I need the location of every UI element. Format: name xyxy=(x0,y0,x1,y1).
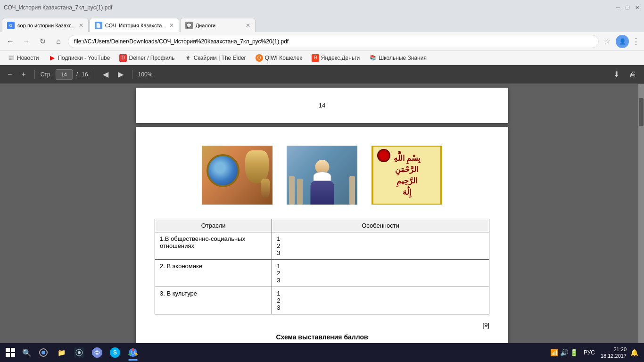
minimize-button[interactable]: ─ xyxy=(615,4,621,11)
taskbar-skype[interactable]: S xyxy=(107,344,124,361)
menu-button[interactable]: ⋮ xyxy=(632,36,640,47)
taskbar-cortana[interactable] xyxy=(35,344,52,361)
taskbar-right: 📶 🔊 🔋 РУС 21:20 18.12.2017 🔔 xyxy=(550,346,642,360)
browser-content[interactable]: 14 xyxy=(0,84,644,362)
image-scholar xyxy=(287,146,357,205)
pdf-page-total-num: 16 xyxy=(82,71,88,78)
bookmark-qiwi[interactable]: Q QIWI Кошелек xyxy=(252,53,306,63)
bookmark-news-label: Новости xyxy=(17,55,39,61)
bookmark-yandex[interactable]: Я Яндекс.Деньги xyxy=(308,53,363,63)
profile-button[interactable]: 👤 xyxy=(616,35,629,48)
qiwi-icon: Q xyxy=(256,54,263,62)
maximize-button[interactable]: ☐ xyxy=(624,4,631,11)
address-bar: ← → ↻ ⌂ ☆ 👤 ⋮ xyxy=(0,32,644,51)
tab-3[interactable]: 💬 Диалоги ✕ xyxy=(180,18,256,32)
tray-network-icon[interactable]: 📶 xyxy=(550,349,558,356)
tray-icons: 📶 🔊 🔋 xyxy=(550,349,578,356)
pdf-page-input[interactable] xyxy=(56,69,73,80)
table-header-osobennosti: Особенности xyxy=(272,219,489,232)
tab-1[interactable]: G сор по истории Казахс... ✕ xyxy=(2,18,89,32)
pdf-prev-page[interactable]: ◀ xyxy=(100,69,111,80)
pdf-scrollbar-track[interactable] xyxy=(638,84,644,362)
points-value: [9] xyxy=(483,321,489,329)
bookmark-news[interactable]: 📰 Новости xyxy=(4,53,42,63)
skype-icon: S xyxy=(110,347,120,358)
pdf-page-total: / xyxy=(76,71,78,78)
pdf-next-page[interactable]: ▶ xyxy=(115,69,126,80)
url-input[interactable] xyxy=(68,35,599,48)
taskbar-file-explorer[interactable]: 📁 xyxy=(53,344,70,361)
bookmark-youtube-label: Подписки - YouTube xyxy=(58,55,110,61)
svg-point-3 xyxy=(78,351,81,354)
pdf-print[interactable]: 🖨 xyxy=(626,69,639,80)
pdf-zoom-in[interactable]: + xyxy=(18,69,28,80)
yandex-icon: Я xyxy=(312,54,319,62)
home-button[interactable]: ⌂ xyxy=(52,35,65,48)
separator-2 xyxy=(94,70,94,79)
bookmark-star-icon[interactable]: ☆ xyxy=(602,36,613,47)
bookmark-delner[interactable]: D Delner / Профиль xyxy=(116,53,178,63)
pdf-page-main: بِسْمِ اللَّهِالرَّحْمَنِالرَّحِيمِإِلَٰ… xyxy=(136,127,508,355)
tab-1-close[interactable]: ✕ xyxy=(79,22,83,29)
taskbar-steam[interactable] xyxy=(71,344,88,361)
bookmark-yandex-label: Яндекс.Деньги xyxy=(321,55,360,61)
tab-3-close[interactable]: ✕ xyxy=(246,22,250,29)
tab-1-label: сор по истории Казахс... xyxy=(17,23,76,28)
arabic-bg: بِسْمِ اللَّهِالرَّحْمَنِالرَّحِيمِإِلَٰ… xyxy=(372,146,442,205)
tab-2[interactable]: 📄 СОЧ_История Казахста... ✕ xyxy=(90,18,179,32)
table-cell-osobennosti-2: 123 xyxy=(272,260,489,287)
ceramic-bg xyxy=(202,146,272,205)
svg-point-7 xyxy=(132,351,135,354)
pdf-toolbar: − + Стр. / 16 ◀ ▶ 100% ⬇ 🖨 xyxy=(0,65,644,84)
chrome-icon xyxy=(128,347,138,358)
pdf-page-top: 14 xyxy=(136,88,508,123)
close-button[interactable]: ✕ xyxy=(634,4,640,11)
taskbar-chrome[interactable] xyxy=(124,344,141,361)
content-table: Отрасли Особенности 1.В общественно-соци… xyxy=(155,219,489,314)
bookmark-youtube[interactable]: ▶ Подписки - YouTube xyxy=(44,53,114,63)
delner-icon: D xyxy=(119,54,127,62)
language-button[interactable]: РУС xyxy=(582,348,597,357)
system-clock[interactable]: 21:20 18.12.2017 xyxy=(601,346,627,360)
pdf-download[interactable]: ⬇ xyxy=(611,69,622,80)
tab-bar: G сор по истории Казахс... ✕ 📄 СОЧ_Истор… xyxy=(0,15,644,32)
image-arabic: بِسْمِ اللَّهِالرَّحْمَنِالرَّحِيمِإِلَٰ… xyxy=(372,146,442,205)
schema-title: Схема выставления баллов xyxy=(155,333,489,341)
table-row-3: 3. В культуре 123 xyxy=(155,287,489,314)
refresh-button[interactable]: ↻ xyxy=(36,35,49,48)
bookmark-school[interactable]: 📚 Школьные Знания xyxy=(365,53,430,63)
tray-battery-icon[interactable]: 🔋 xyxy=(570,349,578,356)
school-icon: 📚 xyxy=(369,54,377,62)
bookmarks-bar: 📰 Новости ▶ Подписки - YouTube D Delner … xyxy=(0,51,644,65)
tab-2-label: СОЧ_История Казахста... xyxy=(105,23,166,28)
points-line: [9] xyxy=(155,321,489,329)
page-content: بِسْمِ اللَّهِالرَّحْمَنِالرَّحِيمِإِلَٰ… xyxy=(136,127,508,355)
table-cell-otrasli-2: 2. В экономике xyxy=(155,260,272,287)
pdf-zoom-out[interactable]: − xyxy=(5,69,15,80)
pdf-container[interactable]: 14 xyxy=(0,84,644,362)
cortana-icon xyxy=(38,347,49,358)
taskbar-search-button[interactable]: 🔍 xyxy=(20,346,34,360)
bookmark-delner-label: Delner / Профиль xyxy=(129,55,174,61)
start-button[interactable] xyxy=(2,344,19,361)
news-icon: 📰 xyxy=(8,54,15,62)
tab-3-label: Диалоги xyxy=(196,23,243,28)
tab-2-close[interactable]: ✕ xyxy=(169,22,174,29)
window-controls: ─ ☐ ✕ xyxy=(615,4,640,11)
bookmark-skyrim[interactable]: 🗡 Скайрим | The Elder xyxy=(181,53,250,63)
back-button[interactable]: ← xyxy=(4,35,17,48)
notification-icon[interactable]: 🔔 xyxy=(630,349,638,356)
separator-1 xyxy=(34,70,35,79)
pdf-zoom-level: 100% xyxy=(138,71,153,78)
bookmark-skyrim-label: Скайрим | The Elder xyxy=(194,55,246,61)
taskbar-discord[interactable] xyxy=(89,344,106,361)
pdf-scrollbar-thumb[interactable] xyxy=(639,98,644,126)
bookmark-qiwi-label: QIWI Кошелек xyxy=(265,55,302,61)
table-cell-otrasli-3: 3. В культуре xyxy=(155,287,272,314)
discord-icon xyxy=(92,347,102,358)
clock-time: 21:20 xyxy=(601,346,627,353)
forward-button[interactable]: → xyxy=(20,35,33,48)
table-header-otrasli: Отрасли xyxy=(155,219,272,232)
tab-2-favicon: 📄 xyxy=(95,22,102,29)
tray-sound-icon[interactable]: 🔊 xyxy=(560,349,568,356)
